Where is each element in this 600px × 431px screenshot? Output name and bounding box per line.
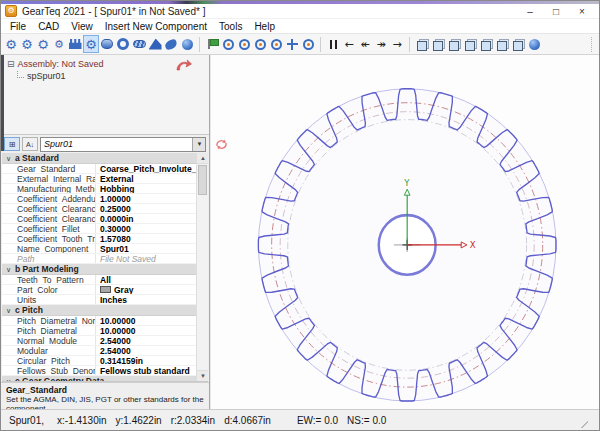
bevel-gear-icon[interactable] [147,35,163,53]
minimize-button[interactable]: – [517,4,543,18]
insert-flag-icon[interactable] [204,35,220,53]
property-value[interactable]: Fellows stub standard [96,366,196,375]
step-forward-icon[interactable]: → [389,35,405,53]
orbit-view-icon[interactable] [300,35,316,53]
grid-scrollbar[interactable]: ▲ ▼ [196,153,208,381]
sync-assembly-icon[interactable] [175,58,193,72]
property-name[interactable]: Coefficient_Tooth_Tr [2,234,96,243]
category-chevron-icon[interactable]: ∨ [2,153,15,164]
property-row[interactable]: Fellows_Stub_DenorrFellows stub standard [2,366,196,376]
categorized-icon[interactable]: ⊞ [4,137,20,151]
property-name[interactable]: Manufacturing_Metho [2,184,96,193]
resize-grip[interactable] [578,418,588,428]
gear-motion-icon[interactable] [268,35,284,53]
view-left-icon[interactable] [462,35,478,53]
move-origin-icon[interactable] [284,35,300,53]
property-value[interactable]: 0.314159in [96,356,196,365]
rotate-view-icon[interactable] [214,137,229,152]
concentric-check-icon[interactable] [252,35,268,53]
property-category[interactable]: ∨c Pitch [2,305,196,316]
property-name[interactable]: Units [2,295,96,304]
property-row[interactable]: External_Internal_RaExternal [2,174,196,184]
property-value[interactable]: Hobbing [96,184,196,193]
view-front-icon[interactable] [430,35,446,53]
property-name[interactable]: Part_Color [2,285,96,294]
property-row[interactable]: Normal_Module2.54000 [2,336,196,346]
category-chevron-icon[interactable]: ∨ [2,264,15,275]
view-back-icon[interactable] [446,35,462,53]
dropdown-arrow-icon[interactable]: ▼ [192,138,205,151]
menu-file[interactable]: File [4,21,32,32]
step-back-icon[interactable]: ← [341,35,357,53]
scroll-up-icon[interactable]: ▲ [197,153,208,164]
property-row[interactable]: Pitch_Diametral_Norr10.00000 [2,316,196,326]
category-chevron-icon[interactable]: ∨ [2,305,15,316]
category-chevron-icon[interactable]: ∨ [2,376,15,383]
property-value[interactable]: 2.54000 [96,336,196,345]
close-button[interactable]: × [569,4,595,18]
worm-gear-icon[interactable] [131,35,147,53]
property-name[interactable]: External_Internal_Ra [2,174,96,183]
property-value[interactable]: 1.00000 [96,194,196,203]
property-row[interactable]: Coefficient_Tooth_Tr1.57080 [2,234,196,244]
property-name[interactable]: Circular_Pitch [2,356,96,365]
pause-animation-icon[interactable] [325,35,341,53]
menu-tools[interactable]: Tools [213,21,248,32]
property-row[interactable]: Name_ComponentSpur01 [2,244,196,254]
property-value[interactable]: 10.00000 [96,326,196,335]
property-name[interactable]: Coefficient_Fillet [2,224,96,233]
spur-gear-icon[interactable]: ⚙ [3,35,19,53]
property-value[interactable]: Inches [96,295,196,304]
sphere-gear-icon[interactable] [179,35,195,53]
property-name[interactable]: Modular [2,346,96,355]
menu-help[interactable]: Help [248,21,281,32]
rack-icon[interactable] [67,35,83,53]
property-name[interactable]: Teeth_To_Pattern [2,275,96,284]
property-row[interactable]: Part_ColorGray [2,285,196,295]
property-name[interactable]: Name_Component [2,244,96,253]
collapse-toggle-icon[interactable]: ⊟ [7,59,15,69]
property-name[interactable]: Pitch_Diametral_Norr [2,316,96,325]
property-name[interactable]: Coefficient_Clearanc [2,204,96,213]
property-row[interactable]: Modular2.54000 [2,346,196,356]
center-target-icon[interactable] [220,35,236,53]
property-name[interactable]: Normal_Module [2,336,96,345]
property-category[interactable]: ∨e Gear Geometry Data [2,376,196,382]
property-row[interactable]: Teeth_To_PatternAll [2,275,196,285]
property-value[interactable]: 0.25000 [96,204,196,213]
property-category[interactable]: ∨a Standard [2,153,196,164]
title-bar[interactable]: ⚙ GearTeq 2021 - [ Spur01* in Not Saved*… [1,4,599,19]
fast-back-icon[interactable]: ↞ [357,35,373,53]
pinion-gear-icon[interactable]: ⚙ [51,35,67,53]
property-row[interactable]: Circular_Pitch0.314159in [2,356,196,366]
property-row[interactable]: Coefficient_Addendu1.00000 [2,194,196,204]
menu-insert-new-component[interactable]: Insert New Component [99,21,213,32]
view-isometric-icon[interactable] [414,35,430,53]
maximize-button[interactable]: □ [543,4,569,18]
scroll-thumb[interactable] [198,165,207,195]
property-value[interactable]: All [96,275,196,284]
property-row[interactable]: Manufacturing_MethoHobbing [2,184,196,194]
internal-gear-icon[interactable]: ⚙ [35,35,51,53]
shaded-view-icon[interactable] [526,35,542,53]
property-value[interactable]: Coarse_Pitch_Involute_ [96,164,196,173]
property-name[interactable]: Gear_Standard [2,164,96,173]
fast-forward-icon[interactable]: ↠ [373,35,389,53]
helical-gear-icon[interactable]: ⚙ [19,35,35,53]
property-value[interactable]: External [96,174,196,183]
alphabetical-sort-icon[interactable]: A↓ [22,137,38,151]
rotation-angle-icon[interactable] [236,35,252,53]
property-row[interactable]: Coefficient_Clearanc0.25000 [2,204,196,214]
menu-view[interactable]: View [65,21,99,32]
menu-cad[interactable]: CAD [32,21,65,32]
ring-gear-icon[interactable] [115,35,131,53]
property-row[interactable]: Gear_StandardCoarse_Pitch_Involute_ [2,164,196,174]
property-category[interactable]: ∨b Part Modeling [2,264,196,275]
property-value[interactable]: 0.30000 [96,224,196,233]
property-name[interactable]: Path [2,254,96,263]
property-row[interactable]: Coefficient_Fillet0.30000 [2,224,196,234]
drawing-canvas[interactable]: YX [210,55,599,409]
property-name[interactable]: Pitch_Diametral [2,326,96,335]
property-row[interactable]: Coefficient_Clearanc0.0000in [2,214,196,224]
gear-mesh-icon[interactable]: ⚙ [83,35,99,53]
